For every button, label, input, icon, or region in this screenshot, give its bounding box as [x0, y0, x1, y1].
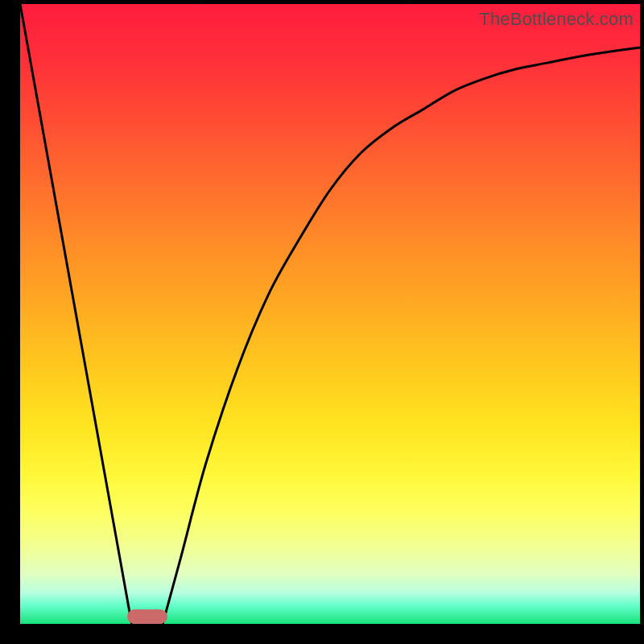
bottleneck-curve [20, 4, 640, 624]
plot-area: TheBottleneck.com [20, 4, 640, 624]
curve-svg [20, 4, 640, 624]
optimal-marker [127, 609, 167, 624]
chart-frame: TheBottleneck.com [0, 0, 644, 644]
